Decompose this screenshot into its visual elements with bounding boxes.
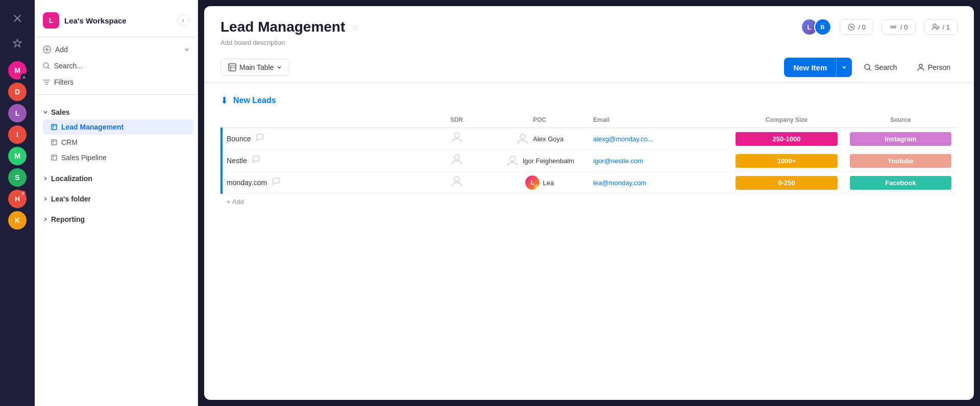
invite-badge[interactable]: / 1	[924, 19, 958, 35]
person-button[interactable]: Person	[910, 59, 958, 75]
workspace-avatar-L[interactable]: L	[8, 104, 27, 122]
board-icon-pipeline	[51, 155, 57, 161]
sdr-avatar-icon[interactable]	[451, 131, 463, 146]
toolbar-right: New Item Search	[784, 58, 958, 77]
search-button[interactable]: Search	[856, 59, 905, 75]
sidebar-add-button[interactable]: Add	[35, 41, 198, 58]
notification-badge: 0	[20, 191, 26, 196]
data-table: SDR POC Email Company Size Source Bounce	[220, 112, 958, 194]
integration-badge[interactable]: / 0	[881, 19, 915, 35]
filter-icon	[43, 79, 50, 86]
sales-section-label: Sales	[51, 108, 70, 116]
company-size-badge[interactable]: 250-1000	[736, 132, 837, 146]
table-row[interactable]: Bounce	[222, 128, 958, 150]
workspace-avatar-M2[interactable]: M	[8, 147, 27, 165]
chat-icon[interactable]	[256, 134, 264, 144]
table-icon	[228, 63, 236, 71]
chat-icon[interactable]	[252, 156, 260, 166]
cell-email[interactable]: igor@nestle.com	[587, 150, 729, 172]
new-item-main[interactable]: New Item	[784, 58, 836, 77]
workspace-avatar-M[interactable]: M	[8, 61, 27, 80]
table-row[interactable]: Nestle	[222, 150, 958, 172]
cell-source: Instagram	[844, 128, 958, 150]
new-item-caret[interactable]	[837, 60, 852, 75]
poc-avatar-placeholder	[516, 132, 530, 146]
filters-label: Filters	[54, 78, 74, 86]
sidebar-search-button[interactable]: Search...	[35, 58, 198, 74]
poc-name: Igor Feighenbalm	[523, 157, 574, 165]
source-badge[interactable]: Instagram	[850, 132, 951, 146]
cell-email[interactable]: lea@monday.com	[587, 172, 729, 194]
section-chevron-folder-icon	[43, 196, 48, 201]
svg-point-38	[454, 176, 459, 182]
source-badge[interactable]: Facebook	[850, 176, 951, 190]
integration-count: / 0	[900, 23, 908, 31]
svg-point-24	[933, 24, 936, 27]
collapse-sidebar-button[interactable]: ‹	[177, 14, 189, 27]
workspace-avatar-K[interactable]: K	[8, 211, 27, 230]
search-label: Search...	[54, 62, 83, 70]
cell-email[interactable]: alexg@monday.co...	[587, 128, 729, 150]
sidebar: L Lea's Workspace ‹ Add Search... Filter…	[35, 0, 198, 406]
svg-point-35	[520, 134, 525, 139]
board-toolbar: Main Table New Item	[220, 53, 958, 82]
email-link[interactable]: igor@nestle.com	[593, 157, 643, 165]
automation-badge[interactable]: / 0	[840, 19, 873, 35]
close-icon[interactable]	[7, 8, 28, 29]
source-badge[interactable]: Youtube	[850, 154, 951, 168]
avatar-bot: B	[815, 18, 830, 36]
sales-section-header[interactable]: Sales	[35, 105, 198, 119]
sidebar-filters-button[interactable]: Filters	[35, 74, 198, 90]
invite-icon	[932, 23, 940, 31]
lead-management-label: Lead Management	[61, 123, 124, 131]
sidebar-item-crm[interactable]: CRM	[43, 135, 193, 150]
company-size-badge[interactable]: 0-250	[736, 176, 837, 190]
new-item-label: New Item	[793, 63, 827, 72]
favorites-icon[interactable]	[7, 33, 28, 53]
cell-source: Youtube	[844, 150, 958, 172]
sdr-avatar-icon[interactable]	[451, 153, 463, 168]
icon-bar: M D L I M S H 0 K	[0, 0, 35, 406]
cell-poc: Igor Feighenbalm	[492, 150, 587, 172]
workspace-avatar-H[interactable]: H 0	[8, 190, 27, 208]
sidebar-item-lead-management[interactable]: Lead Management	[43, 119, 193, 135]
new-item-button[interactable]: New Item	[784, 58, 852, 77]
sdr-avatar-icon[interactable]	[451, 175, 463, 190]
col-header-company: Company Size	[729, 112, 843, 128]
svg-rect-14	[52, 140, 57, 145]
group-chevron-icon[interactable]: ⬇	[220, 95, 228, 106]
person-label: Person	[928, 63, 950, 71]
col-header-name	[222, 112, 421, 128]
section-chevron-collapsed-icon	[43, 176, 48, 181]
sidebar-item-sales-pipeline[interactable]: Sales Pipeline	[43, 150, 193, 165]
company-size-badge[interactable]: 1000+	[736, 154, 837, 168]
board-favorite-icon[interactable]: ☆	[351, 21, 359, 33]
workspace-avatar-S[interactable]: S	[8, 168, 27, 187]
automation-icon	[847, 23, 855, 31]
col-header-email: Email	[587, 112, 729, 128]
sidebar-section-reporting: Reporting	[35, 212, 198, 226]
localization-section-label: Localization	[51, 174, 92, 183]
workspace-avatar-I[interactable]: I	[8, 125, 27, 144]
email-link[interactable]: alexg@monday.co...	[593, 135, 653, 143]
poc-name: Lea	[543, 179, 554, 187]
board-meta: L B / 0	[801, 18, 958, 36]
reporting-label: Reporting	[51, 215, 85, 223]
table-row[interactable]: monday.com	[222, 172, 958, 194]
table-selector[interactable]: Main Table	[220, 59, 289, 76]
localization-section-header[interactable]: Localization	[35, 171, 198, 186]
board-user-avatar-2: B	[814, 18, 831, 36]
col-header-source: Source	[844, 112, 958, 128]
board-description[interactable]: Add board description	[220, 39, 958, 46]
reporting-section-header[interactable]: Reporting	[35, 212, 198, 226]
row-name: Nestle	[227, 157, 247, 165]
email-link[interactable]: lea@monday.com	[593, 179, 646, 187]
caret-down-icon	[842, 65, 847, 70]
workspace-avatar-D[interactable]: D	[8, 83, 27, 101]
integration-icon	[889, 23, 897, 31]
cell-sdr	[421, 172, 493, 194]
plus-icon	[43, 45, 51, 54]
chat-icon[interactable]	[272, 177, 280, 188]
add-row-button[interactable]: + Add	[220, 194, 958, 210]
leas-folder-section-header[interactable]: Lea's folder	[35, 192, 198, 206]
